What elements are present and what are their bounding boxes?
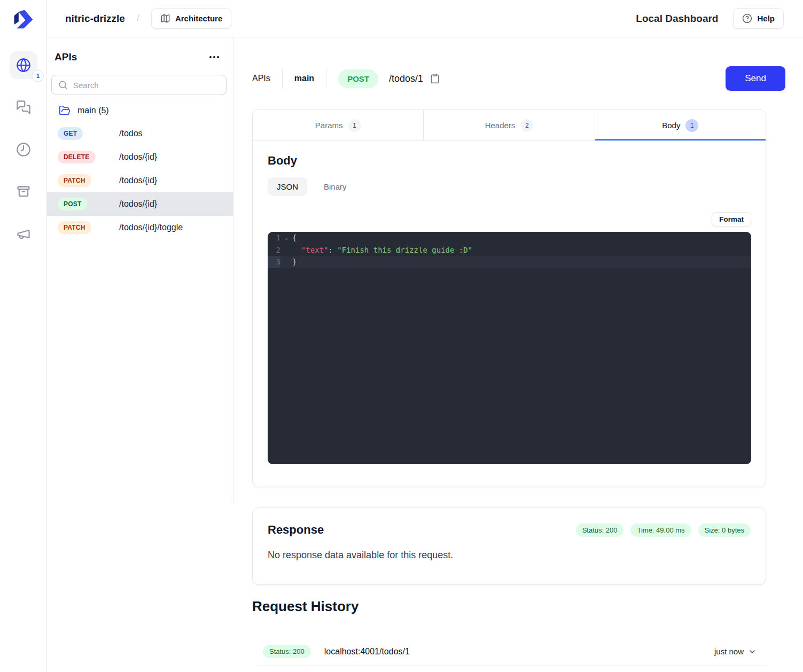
body-mode-toggle: JSON Binary	[268, 177, 751, 196]
apis-count-badge: 1	[32, 70, 44, 82]
request-history-section: Request History Status: 200 localhost:40…	[252, 598, 766, 666]
crumb-api-name: main	[294, 74, 314, 83]
endpoint-row[interactable]: PATCH /todos/{id}	[47, 169, 233, 192]
line-number: 2	[268, 244, 280, 256]
rail-item-storage[interactable]	[10, 178, 37, 206]
rail-item-apis[interactable]: 1	[10, 51, 37, 79]
clipboard-icon	[430, 73, 440, 84]
endpoint-row[interactable]: PATCH /todos/{id}/toggle	[47, 216, 233, 239]
panel-menu-button[interactable]	[206, 53, 222, 61]
request-path: /todos/1	[389, 73, 423, 84]
request-method-badge: POST	[338, 69, 378, 88]
editor-line: 1 ⌄ {	[268, 232, 751, 244]
tab-label: Body	[662, 121, 680, 130]
history-status-badge: Status: 200	[263, 645, 311, 658]
code-token: }	[292, 256, 297, 268]
history-time-label: just now	[714, 647, 744, 656]
chat-bubbles-icon	[16, 100, 31, 115]
help-button-label: Help	[757, 14, 775, 23]
endpoint-path: /todos/{id}	[119, 176, 157, 185]
rail-item-schedules[interactable]	[10, 136, 37, 163]
response-title: Response	[268, 523, 324, 537]
rail-item-topics[interactable]	[10, 220, 37, 248]
code-token: {	[292, 232, 297, 244]
help-circle-icon	[742, 13, 752, 24]
apis-panel-title: APIs	[54, 51, 77, 63]
divider	[326, 68, 326, 89]
editor-line: 2 "text": "Finish this drizzle guide :D"	[268, 244, 751, 256]
line-number: 3	[268, 256, 280, 268]
method-badge: GET	[58, 127, 83, 140]
tab-label: Headers	[485, 121, 516, 130]
response-empty-message: No response data available for this requ…	[268, 550, 751, 561]
endpoint-path: /todos/{id}	[119, 152, 157, 162]
method-badge: POST	[58, 198, 87, 210]
search-input[interactable]	[51, 75, 227, 95]
rail-item-websockets[interactable]	[10, 93, 37, 121]
fold-chevron-icon[interactable]: ⌄	[280, 232, 292, 244]
history-url: localhost:4001/todos/1	[324, 647, 410, 657]
api-group-label: main (5)	[77, 106, 109, 115]
history-entry[interactable]: Status: 200 localhost:4001/todos/1 just …	[257, 638, 766, 666]
main-content: APIs main POST /todos/1 Send Params 1 H	[233, 37, 803, 672]
response-badges: Status: 200 Time: 49.00 ms Size: 0 bytes	[576, 523, 751, 537]
crumb-apis: APIs	[252, 74, 270, 83]
search-box	[51, 75, 227, 95]
globe-icon	[16, 58, 31, 73]
editor-line-active: 3 }	[268, 256, 751, 268]
tab-headers[interactable]: Headers 2	[424, 110, 595, 140]
endpoint-path: /todos/{id}/toggle	[119, 223, 183, 232]
body-section-title: Body	[268, 154, 751, 168]
method-badge: PATCH	[58, 221, 91, 234]
send-button[interactable]: Send	[726, 66, 785, 91]
status-badge: Status: 200	[576, 523, 624, 537]
endpoint-row[interactable]: DELETE /todos/{id}	[47, 145, 233, 169]
history-time-dropdown[interactable]: just now	[714, 647, 766, 656]
nitric-local-dashboard: 1	[0, 0, 803, 672]
project-name: nitric-drizzle	[65, 13, 125, 25]
request-editor-card: Params 1 Headers 2 Body 1 Body JSON Bina…	[252, 110, 766, 487]
nitric-logo-icon	[12, 7, 35, 30]
api-group-main[interactable]: main (5)	[47, 95, 233, 122]
folder-open-icon	[59, 105, 71, 116]
method-badge: DELETE	[58, 151, 96, 163]
json-body-editor[interactable]: 1 ⌄ { 2 "text": "Finish this drizzle gui…	[268, 232, 751, 464]
mode-binary[interactable]: Binary	[315, 177, 356, 196]
response-card: Response Status: 200 Time: 49.00 ms Size…	[252, 507, 766, 585]
endpoint-path: /todos/{id}	[119, 199, 157, 209]
nitric-logo[interactable]	[12, 7, 35, 30]
tab-body[interactable]: Body 1	[595, 110, 766, 140]
local-dashboard-label: Local Dashboard	[636, 13, 718, 25]
tab-count-badge: 2	[520, 119, 533, 132]
divider	[282, 68, 283, 89]
endpoint-row[interactable]: GET /todos	[47, 122, 233, 145]
tab-params[interactable]: Params 1	[253, 110, 424, 140]
tab-label: Params	[315, 121, 343, 130]
code-token-separator: :	[328, 246, 337, 254]
tab-count-badge: 1	[685, 119, 698, 132]
request-tabs: Params 1 Headers 2 Body 1	[253, 110, 766, 141]
time-badge: Time: 49.00 ms	[630, 523, 691, 537]
architecture-button-label: Architecture	[175, 14, 222, 23]
megaphone-icon	[16, 226, 31, 241]
help-button[interactable]: Help	[733, 8, 784, 29]
format-button[interactable]: Format	[712, 212, 751, 226]
endpoint-path: /todos	[119, 129, 143, 138]
size-badge: Size: 0 bytes	[698, 523, 751, 537]
request-bar: APIs main POST /todos/1 Send	[252, 66, 785, 91]
chevron-down-icon	[748, 647, 757, 656]
code-token-key: "text"	[301, 246, 329, 254]
breadcrumb-separator: /	[137, 13, 139, 24]
map-icon	[160, 13, 170, 24]
method-badge: PATCH	[58, 174, 91, 187]
architecture-button[interactable]: Architecture	[151, 8, 231, 29]
endpoint-row-selected[interactable]: POST /todos/{id}	[47, 192, 233, 216]
clock-icon	[16, 142, 31, 157]
mode-json[interactable]: JSON	[268, 177, 307, 196]
icon-rail: 1	[0, 0, 47, 672]
request-history-title: Request History	[252, 598, 766, 615]
top-header: nitric-drizzle / Architecture Local Dash…	[47, 0, 803, 37]
archive-box-icon	[16, 184, 31, 199]
tab-count-badge: 1	[348, 119, 361, 132]
copy-path-button[interactable]	[430, 73, 440, 84]
